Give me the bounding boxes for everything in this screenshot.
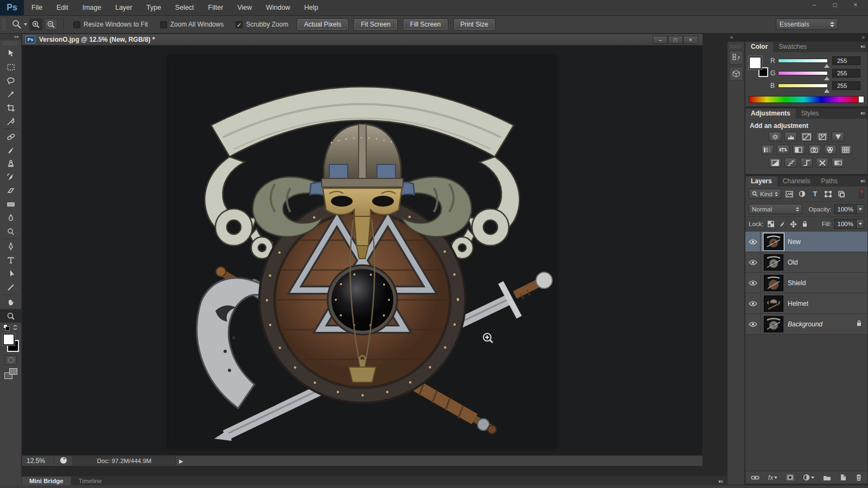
menu-view[interactable]: View <box>237 4 252 11</box>
tab-mini-bridge[interactable]: Mini Bridge <box>22 477 71 485</box>
lock-position-icon[interactable] <box>789 220 798 228</box>
menu-help[interactable]: Help <box>304 4 318 11</box>
tab-color[interactable]: Color <box>745 42 773 52</box>
vibrance-icon[interactable] <box>832 132 844 142</box>
color-panel-swatches[interactable] <box>749 56 768 77</box>
resize-windows-checkbox[interactable]: Resize Windows to Fit <box>73 21 148 28</box>
opacity-dropdown-icon[interactable] <box>856 205 864 214</box>
fill-screen-button[interactable]: Fill Screen <box>403 18 448 30</box>
photo-filter-icon[interactable] <box>808 145 821 155</box>
color-spectrum-ramp[interactable] <box>749 96 859 103</box>
zoom-all-windows-checkbox[interactable]: Zoom All Windows <box>160 21 224 28</box>
opacity-field[interactable]: 100% <box>834 204 864 214</box>
menu-layer[interactable]: Layer <box>115 4 132 11</box>
document-titlebar[interactable]: Ps VersionO.jpg @ 12.5% (New, RGB/8) * –… <box>22 34 703 46</box>
print-size-button[interactable]: Print Size <box>454 18 495 30</box>
brush-tool[interactable] <box>0 143 22 157</box>
slider-thumb[interactable] <box>824 76 829 80</box>
invert-icon[interactable] <box>769 158 781 168</box>
threshold-icon[interactable] <box>800 158 813 168</box>
viking-artwork[interactable] <box>169 56 556 447</box>
type-tool[interactable] <box>0 253 22 267</box>
color-lookup-icon[interactable] <box>840 145 852 155</box>
filter-smart-objects-icon[interactable] <box>836 189 846 198</box>
3d-panel-button[interactable] <box>729 67 743 81</box>
tab-timeline[interactable]: Timeline <box>71 477 110 485</box>
layer-thumbnail[interactable] <box>764 316 783 332</box>
layer-style-icon[interactable]: fx <box>768 474 777 481</box>
spot-healing-brush-tool[interactable] <box>0 130 22 143</box>
filter-kind-dropdown[interactable]: Kind <box>749 189 781 199</box>
link-layers-icon[interactable] <box>751 475 760 480</box>
lock-pixels-icon[interactable] <box>778 220 787 228</box>
visibility-toggle[interactable] <box>745 232 761 252</box>
history-brush-tool[interactable] <box>0 170 22 184</box>
collapse-dock-icon[interactable]: » <box>861 34 865 41</box>
status-flyout-icon[interactable]: ▶ <box>179 458 183 464</box>
eraser-tool[interactable] <box>0 184 22 197</box>
clone-stamp-tool[interactable] <box>0 157 22 170</box>
tab-adjustments[interactable]: Adjustments <box>745 108 796 119</box>
menu-filter[interactable]: Filter <box>208 4 224 11</box>
workspace-selector[interactable]: Essentials <box>776 18 838 30</box>
tab-paths[interactable]: Paths <box>815 176 843 187</box>
pen-tool[interactable] <box>0 240 22 253</box>
close-icon[interactable]: × <box>848 1 863 10</box>
green-slider[interactable] <box>778 71 828 75</box>
doc-minimize-icon[interactable]: – <box>653 36 668 44</box>
new-layer-icon[interactable] <box>840 474 847 481</box>
layer-thumbnail[interactable] <box>764 296 783 312</box>
tools-collapse-icon[interactable]: ▸▸ <box>0 34 21 40</box>
zoom-in-mode-button[interactable] <box>29 18 42 30</box>
adjustments-panel-menu-icon[interactable]: ▾≡ <box>860 111 865 116</box>
add-layer-mask-icon[interactable] <box>786 474 794 481</box>
quick-mask-button[interactable] <box>5 355 17 365</box>
tab-styles[interactable]: Styles <box>796 108 825 119</box>
gradient-tool[interactable] <box>0 197 22 211</box>
visibility-toggle[interactable] <box>745 293 761 313</box>
menu-window[interactable]: Window <box>266 4 290 11</box>
zoom-level-field[interactable]: 12.5% <box>22 457 54 465</box>
layer-row-background[interactable]: Background <box>745 314 867 335</box>
visibility-toggle[interactable] <box>745 252 761 272</box>
fit-screen-button[interactable]: Fit Screen <box>354 18 398 30</box>
layers-panel-menu-icon[interactable]: ▾≡ <box>860 178 865 184</box>
curves-icon[interactable] <box>800 132 813 142</box>
default-colors-icon[interactable] <box>3 324 10 331</box>
layer-thumbnail[interactable] <box>764 275 783 291</box>
visibility-toggle[interactable] <box>745 314 761 334</box>
blend-mode-dropdown[interactable]: Normal <box>749 204 802 214</box>
doc-restore-icon[interactable]: □ <box>668 36 683 44</box>
collapse-strip-icon[interactable]: « <box>730 34 733 41</box>
quick-selection-tool[interactable] <box>0 87 22 101</box>
tab-layers[interactable]: Layers <box>745 176 777 187</box>
menu-image[interactable]: Image <box>82 4 101 11</box>
layer-name[interactable]: Old <box>788 259 798 266</box>
hue-saturation-icon[interactable] <box>761 145 774 155</box>
layer-filter-toggle[interactable] <box>859 189 864 198</box>
delete-layer-icon[interactable] <box>856 474 862 481</box>
layer-name[interactable]: Shield <box>788 279 806 287</box>
selective-color-icon[interactable] <box>816 158 828 168</box>
lock-all-icon[interactable] <box>801 220 809 228</box>
maximize-icon[interactable]: □ <box>828 1 842 10</box>
lasso-tool[interactable] <box>0 74 22 87</box>
filter-type-layers-icon[interactable]: T <box>810 189 820 198</box>
foreground-color-swatch[interactable] <box>749 56 762 69</box>
levels-icon[interactable] <box>784 132 797 142</box>
layer-name[interactable]: Helmet <box>788 300 808 307</box>
minimize-icon[interactable]: – <box>807 1 821 10</box>
layer-name[interactable]: Background <box>788 320 822 328</box>
color-panel-menu-icon[interactable]: ▾≡ <box>860 44 865 49</box>
new-group-icon[interactable] <box>823 474 831 481</box>
channel-mixer-icon[interactable] <box>824 145 837 155</box>
menu-edit[interactable]: Edit <box>56 4 68 11</box>
visibility-toggle[interactable] <box>745 273 761 293</box>
move-tool[interactable] <box>0 47 22 60</box>
exposure-icon[interactable] <box>816 132 828 142</box>
dodge-tool[interactable] <box>0 224 22 238</box>
layer-row-new[interactable]: New <box>745 232 867 252</box>
menu-type[interactable]: Type <box>146 4 161 11</box>
posterize-icon[interactable] <box>784 158 797 168</box>
blue-value-field[interactable]: 255 <box>832 81 860 90</box>
